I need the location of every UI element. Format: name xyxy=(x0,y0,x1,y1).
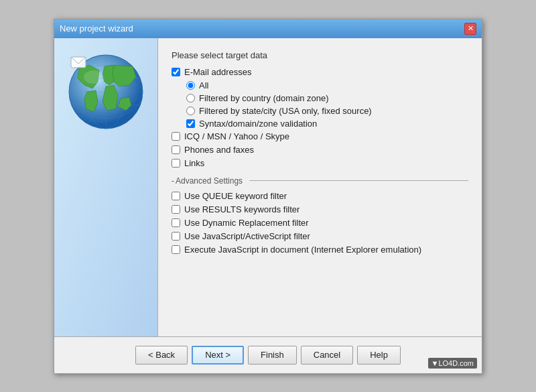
dynamic-label[interactable]: Use Dynamic Replacement filter xyxy=(184,218,309,228)
icq-option-row: ICQ / MSN / Yahoo / Skype xyxy=(172,131,468,141)
execute-js-checkbox[interactable] xyxy=(172,245,180,254)
svg-point-9 xyxy=(84,70,104,84)
left-panel xyxy=(54,38,158,336)
radio-state[interactable] xyxy=(186,107,195,115)
phones-checkbox[interactable] xyxy=(172,145,180,154)
cancel-button[interactable]: Cancel xyxy=(301,346,353,365)
radio-all-row: All xyxy=(186,80,468,90)
radio-all[interactable] xyxy=(186,81,195,90)
execute-js-row: Execute JavaScript in document (Internet… xyxy=(172,245,468,255)
queue-checkbox[interactable] xyxy=(172,192,180,200)
results-label[interactable]: Use RESULTS keywords filter xyxy=(184,204,299,214)
dialog-footer: < Back Next > Finish Cancel Help xyxy=(54,336,482,373)
right-panel: Please select target data E-Mail address… xyxy=(158,38,482,336)
globe-image xyxy=(66,52,146,132)
back-button[interactable]: < Back xyxy=(135,346,188,365)
queue-filter-row: Use QUEUE keyword filter xyxy=(172,191,468,201)
syntax-checkbox[interactable] xyxy=(186,119,195,128)
js-checkbox[interactable] xyxy=(172,232,180,241)
radio-country-label[interactable]: Filtered by country (domain zone) xyxy=(199,93,329,103)
queue-label[interactable]: Use QUEUE keyword filter xyxy=(184,191,287,201)
email-sub-options: All Filtered by country (domain zone) Fi… xyxy=(186,80,468,129)
links-label[interactable]: Links xyxy=(184,158,204,168)
dynamic-filter-row: Use Dynamic Replacement filter xyxy=(172,218,468,228)
radio-state-label[interactable]: Filtered by state/city (USA only, fixed … xyxy=(199,106,372,116)
results-checkbox[interactable] xyxy=(172,205,180,214)
instructions-text: Please select target data xyxy=(172,50,468,60)
advanced-header: Advanced Settings xyxy=(172,176,468,186)
syntax-validation-row: Syntax/domain/zone validation xyxy=(186,119,468,129)
execute-js-label[interactable]: Execute JavaScript in document (Internet… xyxy=(184,245,421,255)
close-button[interactable]: ✕ xyxy=(464,23,476,35)
help-button[interactable]: Help xyxy=(357,346,401,365)
title-bar: New project wizard ✕ xyxy=(54,19,482,38)
watermark: ▼LO4D.com xyxy=(428,358,477,369)
advanced-section: Advanced Settings Use QUEUE keyword filt… xyxy=(172,176,468,255)
email-option-row: E-Mail addresses xyxy=(172,67,468,77)
email-label[interactable]: E-Mail addresses xyxy=(184,67,251,77)
finish-button[interactable]: Finish xyxy=(248,346,297,365)
radio-country[interactable] xyxy=(186,94,195,103)
radio-country-row: Filtered by country (domain zone) xyxy=(186,93,468,103)
icq-label[interactable]: ICQ / MSN / Yahoo / Skype xyxy=(184,131,289,141)
phones-option-row: Phones and faxes xyxy=(172,145,468,155)
js-label[interactable]: Use JavaScript/ActiveScript filter xyxy=(184,231,310,241)
syntax-label[interactable]: Syntax/domain/zone validation xyxy=(199,119,317,129)
dynamic-checkbox[interactable] xyxy=(172,218,180,227)
icq-checkbox[interactable] xyxy=(172,132,180,141)
links-option-row: Links xyxy=(172,158,468,168)
dialog-window: New project wizard ✕ xyxy=(54,19,482,374)
email-checkbox[interactable] xyxy=(172,68,180,76)
dialog-body: Please select target data E-Mail address… xyxy=(54,38,482,336)
links-checkbox[interactable] xyxy=(172,159,180,168)
radio-state-row: Filtered by state/city (USA only, fixed … xyxy=(186,106,468,116)
results-filter-row: Use RESULTS keywords filter xyxy=(172,204,468,214)
next-button[interactable]: Next > xyxy=(192,346,244,365)
phones-label[interactable]: Phones and faxes xyxy=(184,145,254,155)
js-filter-row: Use JavaScript/ActiveScript filter xyxy=(172,231,468,241)
dialog-title: New project wizard xyxy=(60,23,133,34)
radio-all-label[interactable]: All xyxy=(199,80,208,90)
